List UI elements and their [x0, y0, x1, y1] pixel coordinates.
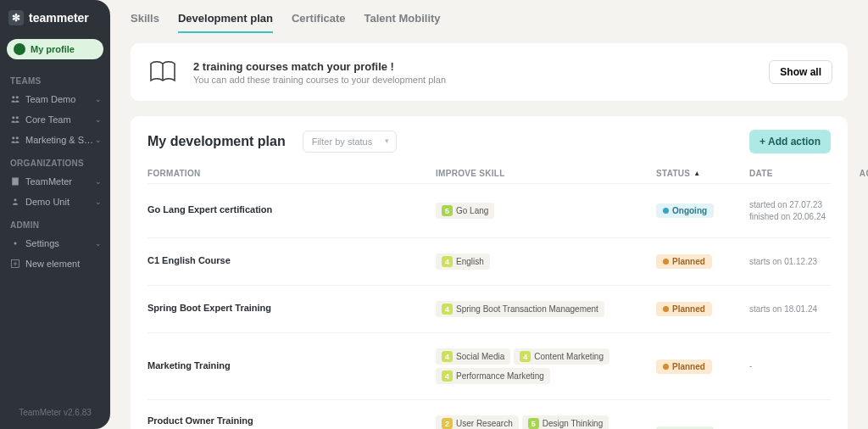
- svg-point-5: [16, 136, 19, 139]
- match-banner: 2 training courses match your profile ! …: [131, 43, 848, 101]
- chevron-down-icon: ⌄: [95, 198, 102, 206]
- skill-chips: 4Social Media4Content Marketing4Performa…: [436, 348, 656, 384]
- sort-asc-icon: ▲: [693, 170, 700, 177]
- sidebar-item-core-team[interactable]: Core Team⌄: [0, 109, 110, 130]
- version-label: TeamMeter v2.6.83: [0, 396, 110, 429]
- delete-button[interactable]: [851, 205, 868, 217]
- skill-chip: 5Go Lang: [436, 203, 494, 219]
- date-cell: starts on 01.12.23: [749, 256, 851, 268]
- col-formation: FORMATION: [147, 169, 436, 178]
- chevron-down-icon: ⌄: [95, 177, 102, 186]
- col-date: DATE: [749, 169, 851, 178]
- tab-development-plan[interactable]: Development plan: [178, 12, 273, 33]
- chevron-down-icon: ⌄: [95, 95, 102, 103]
- tab-skills[interactable]: Skills: [131, 12, 159, 33]
- col-action: ACTION: [851, 169, 868, 178]
- panel-title: My development plan: [147, 134, 286, 149]
- formation-title: Product Owner Training: [147, 415, 436, 426]
- table-row: Marketing Training 4Social Media4Content…: [147, 332, 831, 399]
- col-status[interactable]: STATUS▲: [656, 169, 749, 178]
- formation-title: Go Lang Expert certification: [147, 204, 436, 214]
- add-action-button[interactable]: + Add action: [749, 130, 831, 153]
- date-cell: -: [749, 360, 851, 372]
- skill-chip: 2User Research: [436, 415, 519, 429]
- delete-button[interactable]: [851, 256, 868, 268]
- skill-chips: 4Spring Boot Transaction Management: [436, 301, 656, 317]
- formation-title: C1 English Course: [147, 255, 436, 265]
- gear-icon: [10, 238, 20, 248]
- table-header: FORMATION IMPROVE SKILL STATUS▲ DATE ACT…: [147, 164, 831, 183]
- sidebar-item-team-demo[interactable]: Team Demo⌄: [0, 89, 110, 109]
- brand-icon: ✻: [8, 10, 24, 25]
- plus-square-icon: [10, 259, 20, 269]
- section-org-title: ORGANIZATIONS: [0, 150, 110, 171]
- banner-subtitle: You can add these training courses to yo…: [193, 75, 755, 85]
- profile-label: My profile: [31, 44, 75, 54]
- filter-status-select[interactable]: Filter by status: [303, 131, 398, 153]
- table-row: Go Lang Expert certification 5Go Lang On…: [147, 183, 831, 237]
- avatar-icon: [14, 43, 25, 55]
- skill-chips: 4English: [436, 254, 656, 270]
- brand-name: teammeter: [29, 11, 89, 25]
- sidebar-item-marketing-sales[interactable]: Marketing & Sales⌄: [0, 130, 110, 150]
- sidebar-item-settings[interactable]: Settings⌄: [0, 233, 110, 254]
- chevron-down-icon: ⌄: [95, 239, 102, 248]
- status-badge: Planned: [656, 254, 712, 269]
- formation-title: Spring Boot Expert Training: [147, 303, 436, 313]
- group-icon: [10, 135, 20, 145]
- my-profile-link[interactable]: My profile: [7, 39, 103, 59]
- status-badge: Planned: [656, 302, 712, 316]
- skill-chip: 5Design Thinking: [522, 415, 609, 429]
- building-icon: [10, 176, 20, 187]
- skill-chip: 4English: [436, 254, 490, 270]
- sidebar-item-new-element[interactable]: New element: [0, 254, 110, 274]
- book-illustration-icon: [146, 55, 180, 89]
- svg-point-4: [12, 136, 14, 139]
- formation-title: Marketing Training: [147, 360, 436, 370]
- date-cell: started on 27.07.23finished on 20.06.24: [749, 199, 851, 222]
- skill-level-badge: 4: [442, 370, 453, 382]
- show-all-button[interactable]: Show all: [769, 60, 832, 84]
- brand-logo: ✻ teammeter: [0, 0, 110, 36]
- chevron-down-icon: ⌄: [95, 136, 102, 144]
- status-dot-icon: [663, 306, 669, 312]
- delete-button[interactable]: [851, 304, 868, 315]
- date-cell: starts on 18.01.24: [749, 304, 851, 315]
- group-icon: [10, 114, 20, 125]
- svg-point-1: [16, 96, 19, 98]
- section-teams-title: TEAMS: [0, 68, 110, 89]
- delete-button[interactable]: [851, 360, 868, 372]
- banner-title: 2 training courses match your profile !: [193, 60, 755, 73]
- skill-level-badge: 5: [442, 205, 453, 216]
- svg-point-3: [16, 116, 19, 119]
- skill-chip: 4Social Media: [436, 348, 510, 365]
- tab-talent-mobility[interactable]: Talent Mobility: [364, 12, 441, 33]
- skill-chips: 2User Research5Design Thinking5KANBAN5Sc…: [436, 415, 656, 429]
- skill-chip: 4Content Marketing: [514, 348, 609, 365]
- col-improve-skill: IMPROVE SKILL: [436, 169, 656, 178]
- section-admin-title: ADMIN: [0, 212, 110, 233]
- status-dot-icon: [663, 208, 669, 214]
- status-dot-icon: [663, 364, 669, 370]
- main-content: Skills Development plan Certificate Tale…: [110, 0, 868, 429]
- group-icon: [10, 197, 20, 207]
- svg-point-0: [12, 96, 14, 98]
- tab-certificate[interactable]: Certificate: [292, 12, 346, 33]
- sidebar-item-demo-unit[interactable]: Demo Unit⌄: [0, 192, 110, 212]
- skill-level-badge: 4: [520, 351, 531, 362]
- skill-level-badge: 4: [442, 304, 453, 315]
- svg-rect-6: [12, 178, 19, 186]
- group-icon: [10, 94, 20, 104]
- status-dot-icon: [663, 259, 669, 265]
- status-badge: Finished: [656, 426, 714, 430]
- table-row: Product Owner TrainingRole and responsib…: [147, 399, 831, 429]
- status-badge: Planned: [656, 359, 712, 374]
- status-badge: Ongoing: [656, 203, 714, 218]
- skill-level-badge: 4: [442, 351, 453, 362]
- sidebar-item-teammeter-org[interactable]: TeamMeter⌄: [0, 171, 110, 192]
- skill-chip: 4Spring Boot Transaction Management: [436, 301, 604, 317]
- skill-chips: 5Go Lang: [436, 203, 656, 219]
- skill-level-badge: 4: [442, 256, 453, 267]
- svg-point-8: [14, 242, 17, 245]
- chevron-down-icon: ⌄: [95, 115, 102, 124]
